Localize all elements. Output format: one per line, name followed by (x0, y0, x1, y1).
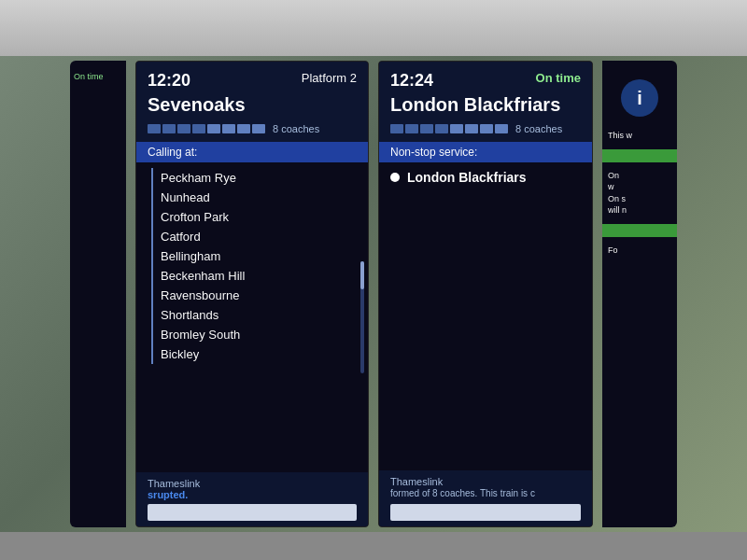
non-stop-label: Non-stop service: (390, 146, 477, 159)
stops-list: Peckham Rye Nunhead Crofton Park Catford… (136, 162, 368, 472)
coach-seg-2 (162, 124, 176, 133)
right-operator-name: Thameslink (390, 476, 581, 487)
screen-left-partial: On time (70, 61, 126, 527)
screen-right-partial: i This w OnwOn swill n Fo (602, 61, 677, 527)
coach-seg-5 (207, 124, 220, 133)
left-destination: Sevenoaks (148, 94, 357, 116)
calling-at-label: Calling at: (148, 146, 197, 159)
right-coach-count: 8 coaches (515, 123, 562, 134)
coach-seg-7 (237, 124, 250, 133)
r-coach-seg-6 (465, 124, 478, 133)
left-coach-bar: 8 coaches (148, 123, 357, 134)
r-coach-seg-3 (420, 124, 433, 133)
partial-right-text-3: Fo (602, 241, 677, 260)
partial-green-strip-1 (602, 149, 677, 162)
scroll-thumb (360, 261, 364, 289)
left-coach-segments (148, 124, 265, 133)
non-stop-bar: Non-stop service: (379, 142, 592, 162)
partial-on-time-label: On time (74, 72, 122, 81)
r-coach-seg-4 (435, 124, 448, 133)
partial-right-text-2: OnwOn swill n (602, 166, 677, 220)
stop-beckenham-hill: Beckenham Hill (151, 266, 357, 286)
coach-seg-4 (192, 124, 205, 133)
right-footer-bar (390, 504, 581, 521)
right-spacer (379, 192, 592, 470)
left-screen-footer: Thameslink srupted. (136, 472, 368, 526)
stop-bickley: Bickley (151, 344, 357, 364)
stop-peckham-rye: Peckham Rye (151, 168, 357, 188)
stop-nunhead: Nunhead (151, 188, 357, 207)
left-coach-count: 8 coaches (273, 123, 319, 134)
coach-seg-6 (222, 124, 235, 133)
right-header-top-row: 12:24 On time (390, 71, 581, 91)
r-coach-seg-5 (450, 124, 463, 133)
left-platform-info: Platform 2 (302, 71, 357, 85)
r-coach-seg-7 (480, 124, 493, 133)
stop-ravensbourne: Ravensbourne (151, 286, 357, 305)
non-stop-stop-row: London Blackfriars (379, 162, 592, 192)
screens-container: On time 12:20 Platform 2 Sevenoaks (70, 61, 677, 527)
left-disruption-text: srupted. (148, 489, 357, 500)
left-operator-name: Thameslink (148, 478, 357, 489)
right-formed-of-text: formed of 8 coaches. This train is c (390, 487, 581, 500)
info-icon: i (637, 88, 642, 109)
coach-seg-8 (252, 124, 265, 133)
left-screen-header: 12:20 Platform 2 Sevenoaks 8 coaches (136, 62, 368, 142)
stop-crofton-park: Crofton Park (151, 207, 357, 227)
r-coach-seg-8 (495, 124, 508, 133)
left-header-top-row: 12:20 Platform 2 (148, 71, 357, 91)
info-circle: i (621, 79, 658, 117)
stop-bromley-south: Bromley South (151, 325, 357, 344)
left-train-time: 12:20 (148, 71, 190, 91)
floor-bar (0, 532, 747, 560)
screen-main-left: 12:20 Platform 2 Sevenoaks 8 coaches (135, 61, 369, 527)
right-coach-segments (390, 124, 508, 133)
left-footer-bar (148, 504, 357, 521)
ceiling-bar (0, 0, 747, 56)
right-screen-footer: Thameslink formed of 8 coaches. This tra… (379, 470, 592, 526)
coach-seg-3 (177, 124, 190, 133)
calling-at-bar: Calling at: (136, 142, 368, 162)
stop-bellingham: Bellingham (151, 246, 357, 266)
right-train-time: 12:24 (390, 71, 433, 91)
partial-green-strip-2 (602, 224, 677, 237)
r-coach-seg-1 (390, 124, 403, 133)
stop-catford: Catford (151, 227, 357, 246)
right-screen-header: 12:24 On time London Blackfriars 8 coach… (379, 62, 592, 142)
stop-shortlands: Shortlands (151, 305, 357, 325)
scroll-indicator (360, 261, 364, 373)
right-destination: London Blackfriars (390, 94, 581, 116)
right-coach-bar: 8 coaches (390, 123, 581, 134)
right-on-time-badge: On time (536, 71, 581, 85)
stop-dot-icon (390, 173, 400, 182)
r-coach-seg-2 (405, 124, 418, 133)
coach-seg-1 (148, 124, 161, 133)
partial-right-text-1: This w (602, 126, 677, 146)
non-stop-destination: London Blackfriars (407, 170, 527, 185)
partial-left-content: On time (70, 61, 126, 89)
screen-main-right: 12:24 On time London Blackfriars 8 coach… (378, 61, 593, 527)
